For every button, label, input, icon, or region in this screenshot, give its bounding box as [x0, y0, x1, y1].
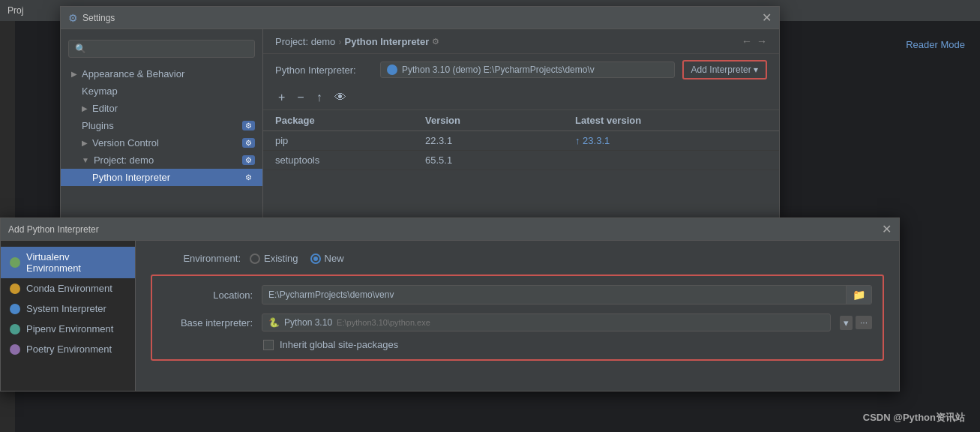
base-interpreter-row: Base interpreter: 🐍 Python 3.10 E:\pytho…	[163, 314, 872, 332]
breadcrumb-current: Python Interpreter	[345, 36, 430, 47]
location-input-wrap: 📁	[262, 285, 872, 304]
virtualenv-icon	[10, 257, 20, 268]
sidebar-item-editor-label: Editor	[92, 103, 118, 114]
settings-title: Settings	[82, 13, 115, 23]
pipenv-label: Pipenv Environment	[26, 323, 113, 334]
location-input[interactable]	[262, 286, 846, 303]
python-ball-icon	[387, 64, 397, 75]
settings-close-button[interactable]: ✕	[762, 12, 772, 24]
dialog-sidebar-poetry[interactable]: Poetry Environment	[1, 339, 135, 359]
dialog-sidebar: Virtualenv Environment Conda Environment…	[1, 241, 136, 391]
interpreter-label: Python Interpreter:	[275, 64, 373, 76]
location-row: Location: 📁	[163, 285, 872, 304]
dialog-sidebar-virtualenv[interactable]: Virtualenv Environment	[1, 247, 135, 278]
base-interpreter-label: Base interpreter:	[163, 317, 253, 328]
system-icon	[10, 304, 20, 314]
base-interpreter-actions: ▾ ···	[840, 316, 872, 330]
breadcrumb-project: Project: demo	[275, 36, 335, 47]
table-row[interactable]: setuptools 65.5.1	[263, 151, 779, 170]
table-header: Package Version Latest version	[263, 110, 779, 131]
sidebar-item-vcs[interactable]: ▶ Version Control ⚙	[61, 134, 262, 152]
environment-row: Environment: Existing New	[151, 253, 884, 264]
add-package-button[interactable]: +	[275, 90, 288, 105]
sidebar-item-plugins[interactable]: Plugins ⚙	[61, 117, 262, 134]
existing-radio-circle	[250, 254, 260, 264]
inherit-checkbox-row: Inherit global site-packages	[263, 339, 872, 350]
location-browse-button[interactable]: 📁	[846, 286, 871, 304]
watermark: CSDN @Python资讯站	[863, 411, 965, 424]
base-interpreter-python-icon: 🐍	[268, 317, 280, 328]
poetry-icon	[10, 344, 20, 355]
system-label: System Interpreter	[26, 303, 106, 314]
col-latest: Latest version	[575, 115, 767, 126]
python-interpreter-badge: ⚙	[242, 172, 255, 182]
plugins-badge: ⚙	[242, 121, 255, 130]
settings-modal-body: ▶ Appearance & Behavior Keymap ▶ Editor …	[61, 29, 779, 219]
base-interpreter-ellipsis[interactable]: ···	[856, 316, 872, 329]
dialog-titlebar: Add Python Interpreter ✕	[1, 218, 899, 241]
base-interpreter-input: 🐍 Python 3.10 E:\python3.10\python.exe	[262, 314, 831, 332]
project-chevron-icon: ▼	[82, 156, 89, 164]
editor-chevron-icon: ▶	[82, 104, 88, 112]
col-version: Version	[425, 115, 575, 126]
dialog-sidebar-conda[interactable]: Conda Environment	[1, 278, 135, 298]
pkg-name-pip: pip	[275, 135, 425, 146]
breadcrumb-nav: Project: demo › Python Interpreter ⚙	[275, 36, 439, 47]
packages-toolbar: + − ↑ 👁	[263, 86, 779, 110]
breadcrumb-separator: ›	[338, 36, 341, 47]
virtualenv-label: Virtualenv Environment	[26, 251, 126, 274]
project-name: Proj	[7, 5, 23, 16]
show-package-button[interactable]: 👁	[331, 90, 349, 105]
new-radio-label: New	[325, 253, 344, 264]
breadcrumb-arrows: ← →	[742, 35, 767, 47]
sidebar-item-plugins-label: Plugins	[82, 120, 114, 131]
dialog-sidebar-system[interactable]: System Interpreter	[1, 298, 135, 319]
sidebar-item-keymap[interactable]: Keymap	[61, 82, 262, 100]
reader-mode-label: Reader Mode	[906, 39, 965, 50]
sidebar-item-project[interactable]: ▼ Project: demo ⚙	[61, 152, 262, 169]
packages-table: Package Version Latest version pip 22.3.…	[263, 110, 779, 219]
poetry-label: Poetry Environment	[26, 344, 112, 355]
sidebar-item-python-interpreter-label: Python Interpreter	[92, 172, 170, 183]
add-interpreter-dialog: Add Python Interpreter ✕ Virtualenv Envi…	[0, 218, 900, 392]
radio-new[interactable]: New	[310, 253, 344, 264]
vcs-badge: ⚙	[242, 138, 255, 148]
pipenv-icon	[10, 324, 20, 334]
vcs-chevron-icon: ▶	[82, 139, 88, 147]
breadcrumb-bar: Project: demo › Python Interpreter ⚙ ← →	[263, 29, 779, 54]
dialog-main: Environment: Existing New Location:	[136, 241, 899, 391]
table-row[interactable]: pip 22.3.1 ↑ 23.3.1	[263, 131, 779, 151]
sidebar-item-editor[interactable]: ▶ Editor	[61, 100, 262, 117]
dialog-sidebar-pipenv[interactable]: Pipenv Environment	[1, 319, 135, 339]
settings-modal-titlebar: ⚙ Settings ✕	[61, 7, 779, 29]
add-interpreter-button[interactable]: Add Interpreter ▾	[682, 60, 767, 80]
red-outline-section: Location: 📁 Base interpreter: 🐍 Python 3…	[151, 274, 884, 361]
inherit-label: Inherit global site-packages	[280, 339, 398, 350]
settings-search-input[interactable]	[68, 40, 255, 58]
dialog-close-button[interactable]: ✕	[882, 224, 892, 236]
radio-existing[interactable]: Existing	[250, 253, 298, 264]
inherit-checkbox[interactable]	[263, 340, 274, 350]
interpreter-row: Python Interpreter: Python 3.10 (demo) E…	[263, 54, 779, 86]
pkg-version-setuptools: 65.5.1	[425, 154, 575, 166]
chevron-right-icon: ▶	[71, 70, 77, 78]
sidebar-item-appearance[interactable]: ▶ Appearance & Behavior	[61, 65, 262, 82]
upgrade-package-button[interactable]: ↑	[313, 90, 325, 105]
base-interpreter-dropdown[interactable]: ▾	[840, 316, 853, 330]
settings-search-box	[61, 35, 262, 62]
project-badge: ⚙	[242, 155, 255, 165]
breadcrumb-gear-icon: ⚙	[432, 37, 439, 46]
base-interpreter-version: Python 3.10	[284, 317, 332, 328]
nav-back-button[interactable]: ←	[742, 35, 752, 47]
conda-label: Conda Environment	[26, 283, 112, 294]
sidebar-item-python-interpreter[interactable]: Python Interpreter ⚙	[61, 169, 262, 186]
col-package: Package	[275, 115, 425, 126]
interpreter-path: Python 3.10 (demo) E:\PycharmProjects\de…	[402, 64, 595, 75]
settings-titlebar-left: ⚙ Settings	[68, 12, 115, 24]
interpreter-value[interactable]: Python 3.10 (demo) E:\PycharmProjects\de…	[380, 62, 675, 78]
location-label: Location:	[163, 290, 253, 301]
remove-package-button[interactable]: −	[294, 90, 307, 105]
settings-gear-icon: ⚙	[68, 12, 78, 24]
nav-forward-button[interactable]: →	[757, 35, 767, 47]
pkg-latest-pip: ↑ 23.3.1	[575, 135, 767, 146]
